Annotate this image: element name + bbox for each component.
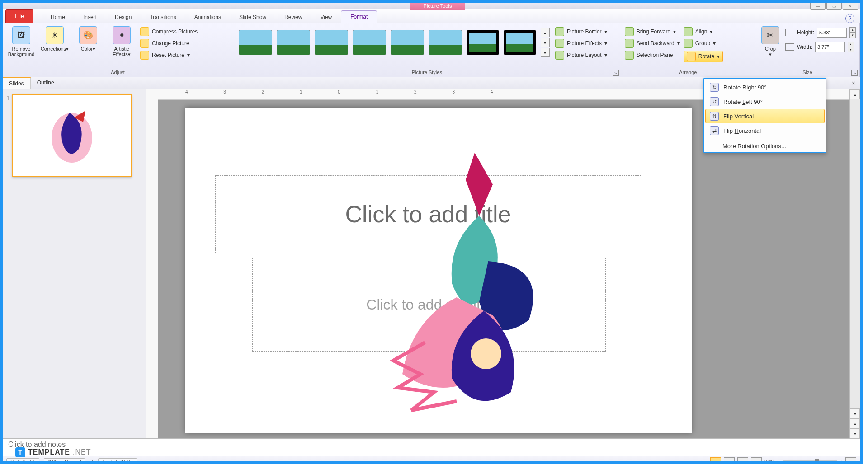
change-picture-button[interactable]: Change Picture [140, 39, 198, 48]
width-down-button[interactable]: ▾ [848, 47, 854, 52]
minimize-button[interactable]: — [810, 3, 826, 10]
corrections-button[interactable]: ☀ Corrections▾ [40, 25, 70, 52]
width-input[interactable]: 3.77" [815, 42, 845, 52]
selection-pane-label: Selection Pane [637, 52, 673, 58]
crop-button[interactable]: ✂ Crop▾ [759, 25, 782, 57]
style-thumb[interactable] [315, 30, 348, 55]
slide-thumbnail[interactable]: 1 [6, 94, 142, 177]
picture-styles-gallery[interactable]: ▴ ▾ ▾ [237, 25, 552, 60]
picture-effects-button[interactable]: Picture Effects ▾ [555, 39, 607, 48]
gallery-up-button[interactable]: ▴ [541, 28, 550, 37]
language-indicator[interactable]: English (U.S.) [98, 458, 137, 464]
chevron-down-icon: ▾ [677, 40, 680, 47]
picture-effects-label: Picture Effects [567, 40, 602, 47]
tab-format[interactable]: Format [341, 10, 377, 23]
remove-background-button[interactable]: 🖼 Remove Background [6, 25, 36, 57]
scroll-up-button[interactable]: ▴ [850, 89, 860, 99]
height-input[interactable]: 5.33" [817, 28, 847, 38]
flip-horizontal-icon: ⇄ [710, 126, 719, 135]
artistic-effects-label: Artistic Effects [113, 46, 129, 57]
height-down-button[interactable]: ▾ [849, 33, 856, 38]
color-button[interactable]: 🎨 Color▾ [73, 25, 103, 52]
style-thumb[interactable] [239, 30, 272, 55]
remove-background-icon: 🖼 [12, 26, 30, 44]
artistic-effects-button[interactable]: ✦ Artistic Effects▾ [107, 25, 137, 57]
file-tab[interactable]: File [5, 9, 33, 23]
slides-tab[interactable]: Slides [3, 77, 31, 89]
reset-picture-button[interactable]: Reset Picture ▾ [140, 51, 198, 60]
slideshow-view-button[interactable] [751, 457, 762, 464]
zoom-out-button[interactable]: − [777, 459, 780, 464]
sorter-view-button[interactable] [724, 457, 735, 464]
tab-review[interactable]: Review [275, 11, 311, 23]
rotate-left-icon: ↺ [710, 97, 719, 106]
rotate-right-90-item[interactable]: ↻Rotate Right 90° [705, 80, 825, 94]
spellcheck-icon[interactable]: ✔ [90, 459, 94, 464]
more-rotation-options-item[interactable]: More Rotation Options... [705, 140, 825, 152]
close-panel-button[interactable]: × [847, 77, 860, 89]
outline-tab[interactable]: Outline [31, 77, 61, 89]
slide-indicator: Slide 1 of 1 [6, 458, 39, 464]
style-thumb[interactable] [353, 30, 386, 55]
style-thumb[interactable] [277, 30, 310, 55]
menu-separator [705, 139, 825, 139]
notes-pane[interactable]: Click to add notes [3, 438, 860, 456]
watermark-suffix: .NET [73, 448, 91, 456]
scroll-track[interactable] [850, 99, 860, 408]
height-up-button[interactable]: ▴ [849, 27, 856, 33]
gallery-down-button[interactable]: ▾ [541, 38, 550, 47]
tab-insert[interactable]: Insert [74, 11, 106, 23]
tab-view[interactable]: View [311, 11, 341, 23]
help-icon[interactable]: ? [845, 14, 854, 23]
zoom-slider[interactable] [783, 460, 837, 463]
maximize-button[interactable]: ▭ [826, 3, 842, 10]
send-backward-button[interactable]: Send Backward ▾ [625, 39, 680, 48]
style-thumb[interactable] [391, 30, 424, 55]
tab-slide-show[interactable]: Slide Show [230, 11, 275, 23]
picture-border-button[interactable]: Picture Border ▾ [555, 27, 607, 36]
zoom-in-button[interactable]: + [840, 459, 843, 464]
height-field[interactable]: Height: 5.33" ▴▾ [785, 27, 856, 38]
flip-vertical-item[interactable]: ⇅Flip Vertical [705, 109, 825, 123]
compress-pictures-button[interactable]: Compress Pictures [140, 27, 198, 36]
normal-view-button[interactable] [710, 457, 721, 464]
tab-animations[interactable]: Animations [185, 11, 230, 23]
bring-forward-button[interactable]: Bring Forward ▾ [625, 27, 680, 36]
group-button[interactable]: Group ▾ [684, 39, 723, 48]
dialog-launcher-button[interactable]: ↘ [851, 70, 858, 76]
adjust-group-label: Adjust [6, 69, 229, 76]
tab-design[interactable]: Design [106, 11, 141, 23]
reading-view-button[interactable] [737, 457, 748, 464]
picture-layout-button[interactable]: Picture Layout ▾ [555, 51, 607, 60]
selected-picture[interactable] [375, 148, 565, 419]
gallery-more-button[interactable]: ▾ [541, 48, 550, 57]
align-button[interactable]: Align ▾ [684, 27, 723, 36]
align-label: Align [695, 28, 708, 35]
rotate-button[interactable]: Rotate ▾ [684, 51, 723, 62]
style-thumb[interactable] [504, 30, 536, 55]
zoom-slider-thumb[interactable] [815, 459, 819, 464]
prev-slide-button[interactable]: ▴ [850, 418, 860, 428]
next-slide-button[interactable]: ▾ [850, 428, 860, 438]
style-thumb[interactable] [429, 30, 462, 55]
slide-thumbnails-panel[interactable]: 1 [3, 89, 146, 438]
theme-indicator: "Office Theme" [44, 458, 85, 464]
slide-preview[interactable] [12, 94, 132, 177]
change-picture-label: Change Picture [152, 40, 189, 47]
width-up-button[interactable]: ▴ [848, 42, 854, 47]
width-field[interactable]: Width: 3.77" ▴▾ [785, 42, 856, 52]
dialog-launcher-button[interactable]: ↘ [613, 70, 619, 76]
close-window-button[interactable]: × [843, 3, 858, 10]
selection-pane-button[interactable]: Selection Pane [625, 51, 680, 60]
scroll-down-button[interactable]: ▾ [850, 408, 860, 418]
size-group-label: Size ↘ [759, 69, 856, 76]
tab-home[interactable]: Home [42, 11, 74, 23]
vertical-scrollbar[interactable]: ▴ ▾ ▴ ▾ [849, 89, 860, 438]
slide-canvas[interactable]: Click to add title Click to add subtitle [185, 108, 692, 433]
rotate-left-90-item[interactable]: ↺Rotate Left 90° [705, 94, 825, 109]
title-bar: Picture Tools — ▭ × [3, 3, 860, 9]
fit-to-window-button[interactable] [845, 457, 856, 464]
flip-horizontal-item[interactable]: ⇄Flip Horizontal [705, 123, 825, 138]
tab-transitions[interactable]: Transitions [141, 11, 185, 23]
style-thumb[interactable] [467, 30, 499, 55]
